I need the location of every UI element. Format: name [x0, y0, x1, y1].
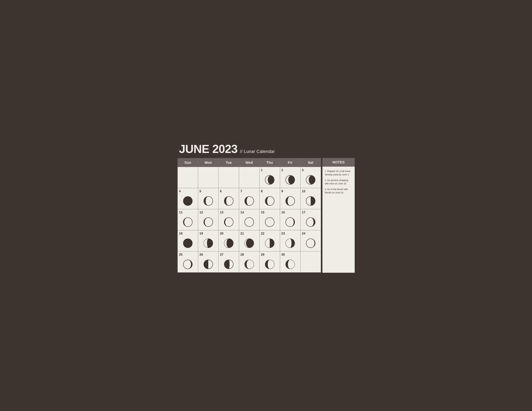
calendar-cell: 16	[280, 209, 300, 230]
page-container: JUNE 2023 // Lunar Calendar SunMonTueWed…	[177, 138, 355, 273]
day-number: 13	[220, 211, 223, 214]
day-number: 27	[220, 253, 223, 256]
moon-phase	[261, 257, 279, 271]
svg-point-29	[245, 218, 254, 227]
calendar-cell	[178, 167, 198, 188]
day-number: 5	[200, 189, 201, 193]
calendar-cell: 12	[198, 209, 218, 230]
moon-phase	[240, 194, 258, 208]
calendar-cell: 24	[301, 230, 321, 251]
day-number: 3	[302, 168, 304, 172]
moon-phase	[240, 215, 258, 229]
calendar-cell: 2	[280, 167, 300, 188]
calendar-cell: 11	[178, 209, 198, 230]
calendar-cell: 26	[198, 252, 218, 272]
calendar-wrapper: SunMonTueWedThuFriSat 1 2 3 4 5 6	[177, 158, 355, 273]
moon-phase	[281, 257, 299, 271]
header-subtitle: // Lunar Calendar	[240, 149, 275, 154]
day-number: 11	[179, 211, 182, 214]
note-item: 1. Register for a full moon viewing camp…	[325, 169, 352, 176]
calendar-grid: 1 2 3 4 5 6 7	[178, 167, 321, 272]
calendar-cell: 4	[178, 188, 198, 209]
notes-content: 1. Register for a full moon viewing camp…	[323, 167, 355, 273]
moon-phase	[179, 194, 197, 208]
calendar-cell	[301, 252, 321, 272]
svg-rect-22	[311, 196, 315, 206]
calendar-cell: 20	[218, 230, 239, 251]
day-number: 7	[240, 189, 242, 193]
moon-phase	[302, 173, 320, 187]
day-number: 9	[281, 189, 283, 193]
calendar-cell: 1	[260, 167, 280, 188]
day-number: 26	[200, 253, 203, 256]
day-number: 29	[261, 253, 264, 256]
day-number: 24	[302, 232, 305, 235]
moon-phase	[220, 194, 238, 208]
day-number: 2	[281, 168, 283, 172]
moon-phase	[281, 194, 299, 208]
day-number: 4	[179, 189, 181, 193]
moon-phase	[220, 215, 238, 229]
moon-phase	[220, 236, 238, 250]
day-header: Sat	[300, 158, 321, 167]
moon-phase	[200, 215, 217, 229]
moon-phase	[240, 236, 258, 250]
notes-header: NOTES	[323, 158, 355, 167]
moon-phase	[200, 257, 217, 271]
day-number: 10	[302, 189, 305, 193]
notes-panel: NOTES 1. Register for a full moon viewin…	[323, 158, 355, 273]
note-item: 2. Go grocery shopping with mom on June …	[325, 178, 352, 185]
moon-phase	[179, 215, 197, 229]
calendar-cell	[218, 167, 239, 188]
calendar-cell: 22	[260, 230, 280, 251]
day-number: 18	[179, 232, 182, 235]
calendar-cell: 3	[301, 167, 321, 188]
calendar-cell: 17	[301, 209, 321, 230]
day-number: 8	[261, 189, 263, 193]
calendar-main: SunMonTueWedThuFriSat 1 2 3 4 5 6	[177, 158, 321, 273]
day-number: 23	[281, 232, 285, 235]
calendar-cell: 14	[239, 209, 259, 230]
moon-phase	[261, 215, 279, 229]
day-number: 15	[261, 211, 264, 214]
moon-phase	[281, 236, 299, 250]
day-number: 30	[281, 253, 285, 256]
calendar-cell: 21	[239, 230, 259, 251]
calendar-header: JUNE 2023 // Lunar Calendar	[177, 138, 355, 158]
moon-phase	[302, 194, 320, 208]
day-header: Fri	[280, 158, 300, 167]
day-number: 20	[220, 232, 223, 235]
day-headers: SunMonTueWedThuFriSat	[178, 158, 321, 167]
svg-point-35	[183, 239, 192, 248]
moon-phase	[261, 173, 279, 187]
day-number: 17	[302, 211, 305, 214]
moon-phase	[302, 215, 320, 229]
day-number: 16	[281, 211, 285, 214]
moon-phase	[281, 215, 299, 229]
svg-point-5	[288, 175, 295, 184]
calendar-cell: 18	[178, 230, 198, 251]
calendar-cell: 23	[280, 230, 300, 251]
day-number: 14	[240, 211, 244, 214]
day-number: 6	[220, 189, 222, 193]
calendar-cell: 19	[198, 230, 218, 251]
svg-point-9	[183, 196, 192, 206]
day-header: Sun	[178, 158, 198, 167]
day-number: 22	[261, 232, 264, 235]
moon-phase	[200, 194, 217, 208]
day-header: Thu	[259, 158, 280, 167]
day-header: Mon	[198, 158, 218, 167]
moon-phase	[261, 194, 279, 208]
day-number: 21	[240, 232, 244, 235]
calendar-cell: 25	[178, 252, 198, 272]
day-number: 19	[200, 232, 203, 235]
calendar-cell: 27	[218, 252, 239, 272]
moon-phase	[261, 236, 279, 250]
calendar-cell	[239, 167, 259, 188]
calendar-cell: 5	[198, 188, 218, 209]
moon-phase	[179, 236, 197, 250]
calendar-cell: 13	[218, 209, 239, 230]
moon-phase	[179, 257, 197, 271]
page-title: JUNE 2023	[179, 143, 238, 155]
calendar-cell: 8	[260, 188, 280, 209]
